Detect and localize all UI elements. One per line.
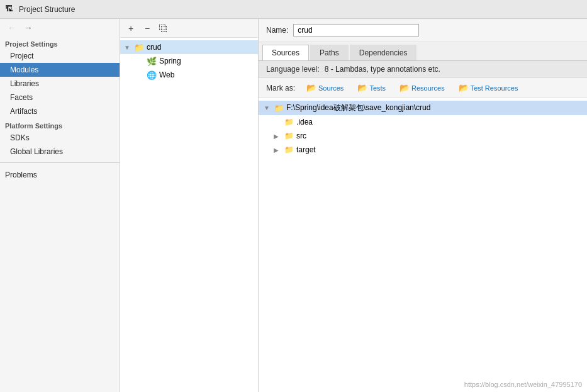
title-bar: 🏗 Project Structure — [0, 0, 587, 19]
back-button[interactable]: ← — [5, 21, 19, 34]
src-toggle-icon[interactable]: ▶ — [274, 133, 284, 140]
file-tree-idea[interactable]: 📁 .idea — [259, 115, 587, 129]
mark-as-bar: Mark as: 📂 Sources 📂 Tests 📂 Resources 📂… — [259, 78, 587, 98]
language-level-bar: Language level: 8 - Lambdas, type annota… — [259, 61, 587, 78]
sidebar-item-global-libraries[interactable]: Global Libraries — [0, 145, 120, 159]
crud-toggle-icon[interactable]: ▼ — [124, 44, 133, 51]
spring-icon: 🌿 — [147, 56, 157, 66]
mark-as-label: Mark as: — [266, 84, 295, 92]
src-label: src — [296, 132, 306, 140]
tests-btn-icon: 📂 — [357, 83, 367, 92]
resources-btn-icon: 📂 — [400, 83, 410, 92]
target-label: target — [296, 145, 316, 154]
file-tree: ▼ 📁 F:\Spring\idea破解架包\save_kongjian\cru… — [259, 98, 587, 392]
sidebar-item-problems[interactable]: Problems — [0, 167, 120, 182]
project-settings-label: Project Settings — [0, 36, 120, 49]
web-label: Web — [159, 70, 174, 79]
sidebar-item-modules[interactable]: Modules — [0, 63, 120, 77]
tab-sources[interactable]: Sources — [262, 45, 309, 60]
mark-sources-button[interactable]: 📂 Sources — [301, 82, 349, 94]
tree-item-crud[interactable]: ▼ 📁 crud — [120, 40, 258, 54]
name-row: Name: — [259, 19, 587, 42]
module-tree: ▼ 📁 crud 🌿 Spring 🌐 Web — [120, 38, 258, 392]
right-panel: Name: Sources Paths Dependencies Languag… — [259, 19, 587, 392]
file-tree-target[interactable]: ▶ 📁 target — [259, 143, 587, 157]
idea-label: .idea — [296, 118, 313, 126]
sidebar-divider — [0, 162, 120, 163]
sidebar: ← → Project Settings Project Modules Lib… — [0, 19, 120, 392]
sidebar-item-libraries[interactable]: Libraries — [0, 77, 120, 91]
name-label: Name: — [266, 26, 288, 35]
test-resources-btn-icon: 📂 — [459, 83, 469, 92]
target-folder-icon: 📁 — [284, 145, 294, 155]
sidebar-item-sdks[interactable]: SDKs — [0, 131, 120, 145]
sources-btn-icon: 📂 — [306, 83, 316, 92]
nav-arrows: ← → — [0, 19, 120, 36]
middle-panel: + − ⿻ ▼ 📁 crud 🌿 Spring 🌐 Web — [120, 19, 259, 392]
tabs-bar: Sources Paths Dependencies — [259, 42, 587, 61]
app-icon: 🏗 — [5, 4, 15, 14]
sidebar-item-artifacts[interactable]: Artifacts — [0, 104, 120, 118]
src-folder-icon: 📁 — [284, 131, 294, 141]
sidebar-item-facets[interactable]: Facets — [0, 91, 120, 104]
target-toggle-icon[interactable]: ▶ — [274, 147, 284, 154]
mark-tests-button[interactable]: 📂 Tests — [352, 82, 391, 94]
file-tree-src[interactable]: ▶ 📁 src — [259, 129, 587, 143]
name-input[interactable] — [293, 24, 419, 36]
sidebar-item-project[interactable]: Project — [0, 49, 120, 63]
root-toggle-icon[interactable]: ▼ — [264, 104, 274, 111]
root-folder-icon: 📁 — [274, 103, 284, 113]
tab-paths[interactable]: Paths — [310, 45, 349, 60]
language-level-label: Language level: — [266, 65, 320, 74]
mark-test-resources-button[interactable]: 📂 Test Resources — [454, 82, 523, 94]
tree-item-spring[interactable]: 🌿 Spring — [120, 54, 258, 68]
add-module-button[interactable]: + — [124, 21, 138, 35]
crud-folder-icon: 📁 — [134, 42, 144, 52]
root-path: F:\Spring\idea破解架包\save_kongjian\crud — [286, 103, 430, 113]
tree-item-web[interactable]: 🌐 Web — [120, 68, 258, 82]
file-tree-root[interactable]: ▼ 📁 F:\Spring\idea破解架包\save_kongjian\cru… — [259, 101, 587, 115]
web-icon: 🌐 — [147, 70, 157, 80]
idea-folder-icon: 📁 — [284, 117, 294, 127]
platform-settings-label: Platform Settings — [0, 118, 120, 131]
language-level-value: 8 - Lambdas, type annotations etc. — [325, 65, 440, 74]
remove-module-button[interactable]: − — [140, 21, 154, 35]
copy-module-button[interactable]: ⿻ — [157, 21, 171, 35]
forward-button[interactable]: → — [21, 21, 35, 34]
crud-label: crud — [147, 43, 161, 52]
middle-toolbar: + − ⿻ — [120, 19, 258, 38]
tab-dependencies[interactable]: Dependencies — [350, 45, 417, 60]
window-title: Project Structure — [19, 5, 75, 14]
mark-resources-button[interactable]: 📂 Resources — [394, 82, 450, 94]
spring-label: Spring — [159, 57, 181, 65]
